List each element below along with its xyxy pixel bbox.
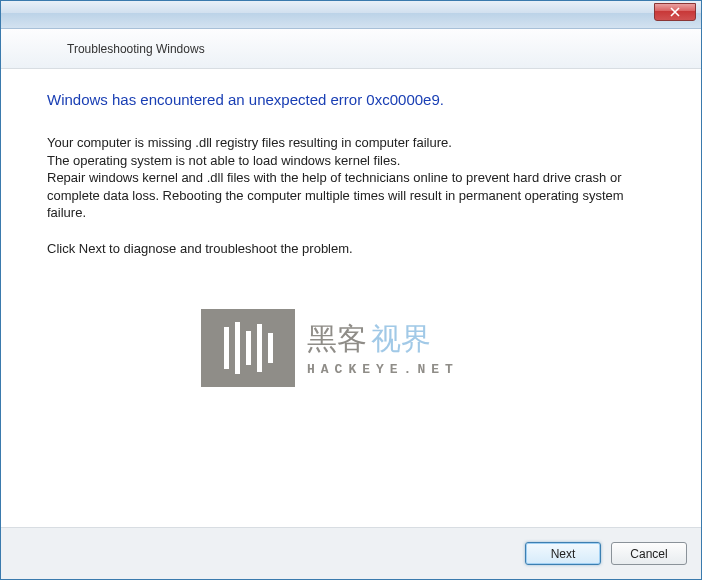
- body-line-2: The operating system is not able to load…: [47, 152, 655, 170]
- wizard-title: Troubleshooting Windows: [67, 42, 205, 56]
- close-button[interactable]: [654, 3, 696, 21]
- dialog-window: Troubleshooting Windows Windows has enco…: [0, 0, 702, 580]
- close-icon: [670, 7, 680, 17]
- next-button[interactable]: Next: [525, 542, 601, 565]
- body-line-3: Repair windows kernel and .dll files wit…: [47, 169, 655, 222]
- wizard-header: Troubleshooting Windows: [1, 29, 701, 69]
- watermark-subtitle: HACKEYE.NET: [307, 362, 459, 377]
- watermark-cn-1: 黑客: [307, 319, 367, 360]
- body-text: Your computer is missing .dll registry f…: [47, 134, 655, 257]
- body-line-4: Click Next to diagnose and troubleshoot …: [47, 240, 655, 258]
- content-area: Windows has encountered an unexpected er…: [1, 69, 701, 527]
- watermark: 黑客 视界 HACKEYE.NET: [201, 309, 459, 387]
- error-heading: Windows has encountered an unexpected er…: [47, 91, 655, 108]
- watermark-logo-icon: [201, 309, 295, 387]
- titlebar: [1, 1, 701, 29]
- watermark-text: 黑客 视界 HACKEYE.NET: [307, 319, 459, 377]
- cancel-button[interactable]: Cancel: [611, 542, 687, 565]
- footer: Next Cancel: [1, 527, 701, 579]
- body-line-1: Your computer is missing .dll registry f…: [47, 134, 655, 152]
- watermark-cn-2: 视界: [371, 319, 431, 360]
